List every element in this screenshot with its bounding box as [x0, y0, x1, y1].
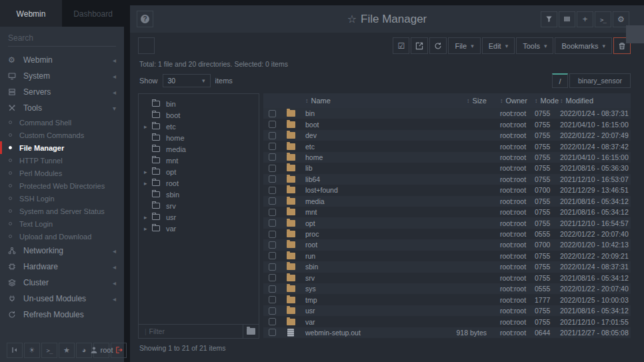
row-checkbox[interactable]	[269, 209, 276, 216]
page-size-select[interactable]: 30 ▾	[163, 74, 211, 87]
row-checkbox[interactable]	[269, 143, 276, 150]
tree-item-etc[interactable]: ▸etc	[139, 121, 259, 132]
menu-edit-button[interactable]: Edit▾	[482, 37, 515, 54]
column-header-name[interactable]: ↕Name	[301, 97, 427, 105]
tree-item-var[interactable]: ▸var	[139, 223, 259, 234]
copy-path-button[interactable]	[138, 37, 155, 54]
export-button[interactable]	[411, 37, 428, 54]
table-row[interactable]: varroot:root07552021/12/10 - 17:01:55	[263, 316, 631, 327]
row-checkbox[interactable]	[269, 153, 276, 161]
table-row[interactable]: libroot:root07552021/08/16 - 05:36:30	[263, 163, 631, 173]
terminal-button[interactable]: >_	[595, 11, 611, 27]
row-checkbox[interactable]	[269, 165, 276, 172]
gear-button[interactable]: ⚙	[613, 11, 629, 27]
table-row[interactable]: mntroot:root07552021/08/16 - 05:34:12	[263, 207, 631, 217]
table-row[interactable]: lib64root:root07552021/12/10 - 16:53:07	[263, 174, 631, 185]
row-checkbox[interactable]	[269, 132, 276, 139]
sidebar-item-servers[interactable]: Servers◂	[0, 84, 124, 100]
menu-tools-button[interactable]: Tools▾	[516, 37, 553, 54]
tree-folder-button[interactable]	[243, 325, 259, 338]
columns-button[interactable]	[559, 11, 575, 27]
row-checkbox[interactable]	[269, 121, 276, 128]
table-row[interactable]: procroot:root05552022/01/22 - 20:07:40	[263, 229, 631, 239]
table-row[interactable]: bootroot:root07552021/04/10 - 16:15:00	[263, 119, 631, 129]
row-checkbox[interactable]	[269, 296, 276, 303]
tree-expand-icon[interactable]: ▸	[144, 169, 152, 175]
table-row[interactable]: webmin-setup.out918 bytesroot:root064420…	[263, 327, 631, 338]
row-checkbox[interactable]	[269, 110, 276, 117]
sun-button[interactable]: ☀	[24, 343, 40, 358]
plus-button[interactable]: +	[577, 11, 593, 27]
table-row[interactable]: sbinroot:root07552022/01/24 - 08:37:31	[263, 261, 631, 272]
user-button[interactable]: root	[93, 343, 109, 358]
table-row[interactable]: runroot:root07552022/01/22 - 20:09:21	[263, 251, 631, 261]
root-path-button[interactable]: /	[552, 73, 568, 88]
star-button[interactable]: ★	[59, 343, 75, 358]
column-header-size[interactable]: ↕Size	[427, 97, 496, 105]
select-all-button[interactable]: ☑	[393, 37, 409, 54]
tree-item-boot[interactable]: boot	[139, 109, 259, 121]
row-checkbox[interactable]	[269, 231, 276, 238]
menu-file-button[interactable]: File▾	[448, 37, 480, 54]
tree-item-media[interactable]: media	[139, 143, 259, 155]
sidebar-item-http-tunnel[interactable]: HTTP Tunnel	[0, 154, 124, 167]
logout-button[interactable]	[111, 343, 127, 358]
table-row[interactable]: optroot:root07552021/12/10 - 16:54:57	[263, 217, 631, 228]
tree-item-opt[interactable]: ▸opt	[139, 166, 259, 177]
sidebar-item-cluster[interactable]: Cluster◂	[0, 275, 124, 291]
tree-expand-icon[interactable]: ▸	[144, 123, 152, 130]
row-checkbox[interactable]	[269, 241, 276, 249]
sidebar-item-protected-web-directories[interactable]: Protected Web Directories	[0, 179, 124, 192]
row-checkbox[interactable]	[269, 307, 276, 315]
sidebar-item-system[interactable]: System◂	[0, 68, 124, 84]
filter-button[interactable]	[541, 11, 557, 27]
row-checkbox[interactable]	[269, 318, 276, 325]
sidebar-item-custom-commands[interactable]: Custom Commands	[0, 129, 124, 141]
sidebar-item-perl-modules[interactable]: Perl Modules	[0, 167, 124, 179]
column-header-mode[interactable]: ↕Mode	[531, 97, 556, 105]
sidebar-item-system-and-server-status[interactable]: System and Server Status	[0, 205, 124, 217]
tree-item-mnt[interactable]: mnt	[139, 155, 259, 166]
tree-item-home[interactable]: home	[139, 132, 259, 143]
row-checkbox[interactable]	[269, 187, 276, 194]
tree-item-sbin[interactable]: sbin	[139, 189, 259, 200]
search-input[interactable]	[8, 33, 116, 43]
table-row[interactable]: sysroot:root05552022/01/22 - 20:07:40	[263, 283, 631, 294]
table-row[interactable]: srvroot:root07552021/08/16 - 05:34:12	[263, 273, 631, 283]
table-row[interactable]: homeroot:root07552021/04/10 - 16:15:00	[263, 152, 631, 163]
help-button[interactable]: ?	[137, 11, 153, 27]
tab-dashboard[interactable]: Dashboard	[62, 0, 124, 27]
column-header-modified[interactable]: ↕Modified	[556, 97, 631, 105]
row-checkbox[interactable]	[269, 219, 276, 227]
collapse-sidebar-button[interactable]	[7, 343, 23, 358]
terminal-button[interactable]: >_	[41, 343, 57, 358]
table-row[interactable]: devroot:root07552022/01/22 - 20:07:49	[263, 130, 631, 141]
notifications-button[interactable]	[626, 25, 644, 43]
tree-item-root[interactable]: ▸root	[139, 177, 259, 189]
table-row[interactable]: binroot:root07552022/01/24 - 08:37:31	[263, 108, 631, 119]
tree-expand-icon[interactable]: ▸	[144, 214, 152, 221]
sidebar-item-upload-and-download[interactable]: Upload and Download	[0, 230, 124, 243]
tree-expand-icon[interactable]: ▸	[144, 225, 152, 232]
tree-item-bin[interactable]: bin	[139, 98, 259, 109]
table-row[interactable]: tmproot:root17772022/01/25 - 10:00:03	[263, 294, 631, 305]
tree-filter-input[interactable]	[149, 327, 243, 335]
row-checkbox[interactable]	[269, 252, 276, 259]
row-checkbox[interactable]	[269, 175, 276, 183]
table-row[interactable]: etcroot:root07552022/01/24 - 08:37:42	[263, 141, 631, 151]
refresh-button[interactable]	[429, 37, 447, 54]
sidebar-item-tools[interactable]: Tools▾	[0, 100, 124, 116]
sidebar-item-webmin[interactable]: ⚙Webmin◂	[0, 52, 124, 68]
sidebar-item-text-login[interactable]: Text Login	[0, 217, 124, 230]
tab-webmin[interactable]: Webmin	[0, 0, 62, 27]
table-row[interactable]: lost+foundroot:root07002021/12/29 - 13:4…	[263, 185, 631, 195]
column-header-owner[interactable]: ↕Owner	[496, 97, 531, 105]
sidebar-item-refresh-modules[interactable]: Refresh Modules	[0, 307, 124, 323]
row-checkbox[interactable]	[269, 197, 276, 205]
sidebar-item-ssh-login[interactable]: SSH Login	[0, 192, 124, 205]
row-checkbox[interactable]	[269, 263, 276, 271]
sidebar-item-networking[interactable]: Networking◂	[0, 243, 124, 259]
sidebar-item-un-used-modules[interactable]: Un-used Modules◂	[0, 291, 124, 307]
tree-expand-icon[interactable]: ▸	[144, 180, 152, 187]
path-input[interactable]	[569, 73, 631, 88]
